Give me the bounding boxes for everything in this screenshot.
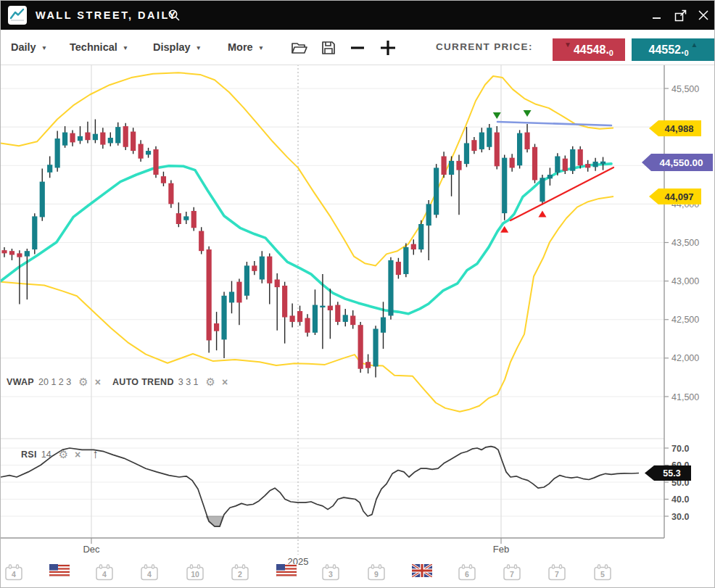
title-bar: WALL STREET, DAILY — [1, 1, 715, 30]
svg-text:7: 7 — [510, 570, 514, 579]
vwap-label: VWAP — [7, 377, 34, 387]
app-logo-icon — [8, 6, 27, 25]
price-gridlines — [1, 88, 664, 516]
svg-text:42,000: 42,000 — [671, 353, 699, 363]
chevron-down-icon: ▼ — [258, 43, 264, 51]
gear-icon[interactable]: ⚙ — [206, 378, 215, 386]
remove-indicator-icon[interactable]: × — [75, 450, 80, 459]
svg-text:4: 4 — [147, 570, 152, 579]
calendar-event-icon[interactable]: 7 — [503, 564, 521, 584]
display-dropdown-label: Display — [153, 41, 191, 53]
display-dropdown[interactable]: Display ▼ — [153, 30, 202, 65]
calendar-event-icon[interactable]: 5 — [593, 564, 612, 584]
flag-us-icon[interactable] — [276, 564, 297, 580]
gear-icon[interactable]: ⚙ — [59, 450, 68, 459]
calendar-event-icon[interactable]: 6 — [458, 564, 476, 584]
last-price-badge: 44,550.00 — [642, 154, 713, 171]
svg-text:42,500: 42,500 — [671, 315, 699, 325]
rsi-indicator-row: RSI 14 ⚙ × ↑ — [21, 450, 99, 460]
svg-text:9: 9 — [374, 570, 379, 579]
technical-dropdown-label: Technical — [70, 41, 117, 53]
minimize-button[interactable] — [650, 9, 664, 22]
arrow-down-icon: ▼ — [564, 38, 574, 49]
event-icon-row: 4 4 4 10 2 3 — [1, 564, 715, 584]
price-chart-canvas[interactable]: 45,50045,00044,50044,00043,50043,00042,5… — [1, 1, 715, 588]
month-label-feb: Feb — [488, 544, 514, 555]
open-folder-icon[interactable] — [289, 38, 308, 57]
svg-text:6: 6 — [465, 570, 469, 579]
candles — [1, 120, 606, 378]
svg-text:43,500: 43,500 — [671, 238, 699, 248]
vwap-params: 20 1 2 3 — [38, 377, 71, 387]
svg-text:40.0: 40.0 — [671, 494, 689, 505]
time-gridlines — [91, 65, 501, 555]
svg-text:7: 7 — [555, 570, 559, 579]
more-dropdown-label: More — [228, 41, 253, 53]
month-label-dec: Dec — [77, 544, 106, 555]
calendar-event-icon[interactable]: 4 — [140, 564, 159, 584]
trend-line-resistance — [497, 122, 611, 125]
rsi-label: RSI — [21, 450, 37, 460]
window-controls — [650, 1, 710, 30]
zoom-out-button[interactable] — [348, 38, 367, 57]
technical-dropdown[interactable]: Technical ▼ — [70, 30, 128, 65]
chevron-down-icon: ▼ — [41, 43, 47, 51]
svg-text:2: 2 — [238, 570, 242, 579]
current-price-label: CURRENT PRICE: — [436, 30, 533, 65]
remove-indicator-icon[interactable]: × — [95, 378, 101, 386]
flag-gb-icon[interactable] — [412, 564, 432, 580]
auto-trend-params: 3 3 1 — [178, 377, 199, 387]
svg-text:4: 4 — [12, 570, 16, 579]
lower-band-price-badge: 44,097 — [649, 189, 701, 204]
arrow-up-icon[interactable]: ↑ — [92, 450, 99, 460]
close-icon[interactable] — [697, 9, 710, 22]
calendar-event-icon[interactable]: 3 — [321, 564, 340, 584]
ask-price: 44552 — [649, 44, 682, 57]
calendar-event-icon[interactable]: 9 — [367, 564, 386, 584]
svg-text:5: 5 — [600, 570, 605, 579]
zoom-in-button[interactable] — [379, 38, 397, 57]
popout-button[interactable] — [674, 9, 687, 22]
calendar-event-icon[interactable]: 7 — [547, 564, 566, 584]
gear-icon[interactable]: ⚙ — [78, 378, 88, 386]
auto-trend-indicator-row: AUTO TREND 3 3 1 ⚙ × — [112, 377, 228, 387]
window-title: WALL STREET, DAILY — [36, 1, 178, 30]
svg-text:70.0: 70.0 — [671, 444, 689, 454]
calendar-event-icon[interactable]: 4 — [4, 564, 23, 584]
svg-text:4: 4 — [102, 570, 107, 579]
svg-text:3: 3 — [328, 570, 333, 579]
search-icon[interactable] — [168, 9, 181, 22]
chevron-down-icon: ▼ — [123, 43, 128, 51]
remove-indicator-icon[interactable]: × — [222, 378, 228, 386]
sell-price-button[interactable]: ▼44548.0 — [553, 38, 625, 61]
svg-text:45,500: 45,500 — [671, 84, 699, 94]
svg-text:10: 10 — [191, 570, 199, 579]
svg-text:41,500: 41,500 — [671, 392, 699, 402]
timeframe-dropdown[interactable]: Daily ▼ — [11, 30, 47, 65]
buy-price-button[interactable]: 44552.0▲ — [632, 38, 715, 61]
upper-band-price-badge: 44,988 — [649, 120, 701, 136]
chevron-down-icon: ▼ — [196, 43, 202, 51]
flag-us-icon[interactable] — [49, 564, 70, 580]
calendar-event-icon[interactable]: 2 — [231, 564, 249, 584]
vwap-indicator-row: VWAP 20 1 2 3 ⚙ × — [7, 377, 101, 387]
calendar-event-icon[interactable]: 10 — [186, 564, 204, 584]
svg-text:43,000: 43,000 — [671, 276, 699, 286]
vwap-line — [1, 164, 611, 314]
chart-window: WALL STREET, DAILY Daily — [0, 0, 715, 588]
rsi-params: 14 — [41, 450, 51, 460]
rsi-value-badge: 55.3 — [645, 465, 691, 481]
calendar-event-icon[interactable]: 4 — [95, 564, 114, 584]
axis-labels: 45,50045,00044,50044,00043,50043,00042,5… — [671, 84, 699, 522]
arrow-up-icon: ▲ — [689, 38, 698, 49]
svg-text:30.0: 30.0 — [671, 512, 689, 522]
bid-price: 44548 — [574, 44, 606, 57]
auto-trend-label: AUTO TREND — [112, 377, 174, 387]
save-icon[interactable] — [319, 38, 338, 57]
timeframe-dropdown-label: Daily — [11, 41, 36, 53]
more-dropdown[interactable]: More ▼ — [228, 30, 264, 65]
bollinger-upper-band — [1, 73, 613, 265]
axis-ticks — [664, 88, 669, 516]
